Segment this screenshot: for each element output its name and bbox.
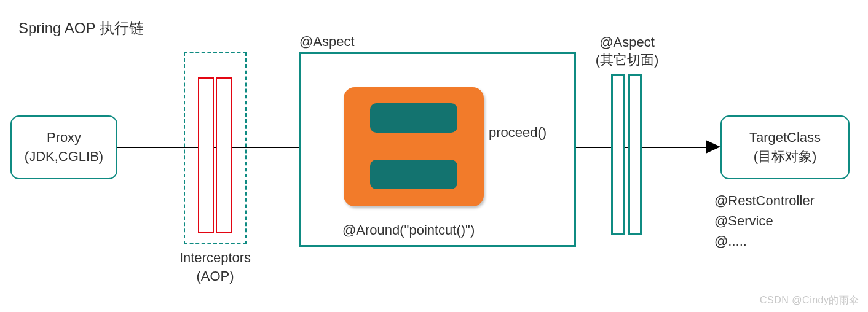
advice-before-icon xyxy=(370,103,457,133)
other-aspect-bar-icon xyxy=(628,74,642,235)
interceptors-label-line2: (AOP) xyxy=(160,267,270,286)
around-label: @Around("pointcut()") xyxy=(342,222,475,238)
interceptor-bar-icon xyxy=(198,77,214,233)
annotation-restcontroller: @RestController xyxy=(714,190,815,211)
diagram-title: Spring AOP 执行链 xyxy=(18,18,144,38)
proxy-label-line2: (JDK,CGLIB) xyxy=(25,147,103,166)
proceed-label: proceed() xyxy=(489,125,546,141)
interceptor-bar-icon xyxy=(216,77,232,233)
target-label-line2: (目标对象) xyxy=(754,147,817,166)
other-aspect-label: @Aspect (其它切面) xyxy=(590,34,664,69)
target-box: TargetClass (目标对象) xyxy=(720,115,850,179)
flow-arrow-head-icon xyxy=(706,140,720,154)
other-aspect-line1: @Aspect xyxy=(590,34,664,52)
target-annotations: @RestController @Service @..... xyxy=(714,190,815,251)
annotation-etc: @..... xyxy=(714,231,815,251)
interceptor-bars xyxy=(198,77,232,233)
annotation-service: @Service xyxy=(714,211,815,231)
proxy-label-line1: Proxy xyxy=(47,128,81,147)
interceptors-label-line1: Interceptors xyxy=(160,249,270,267)
other-aspect-bar-icon xyxy=(611,74,625,235)
watermark: CSDN @Cindy的雨伞 xyxy=(760,294,859,307)
proxy-box: Proxy (JDK,CGLIB) xyxy=(10,115,117,179)
advice-after-icon xyxy=(370,160,457,189)
aspect-label: @Aspect xyxy=(299,34,355,50)
interceptors-label: Interceptors (AOP) xyxy=(160,249,270,285)
other-aspect-line2: (其它切面) xyxy=(590,52,664,69)
target-label-line1: TargetClass xyxy=(749,128,821,147)
other-aspect-bars xyxy=(611,74,643,235)
